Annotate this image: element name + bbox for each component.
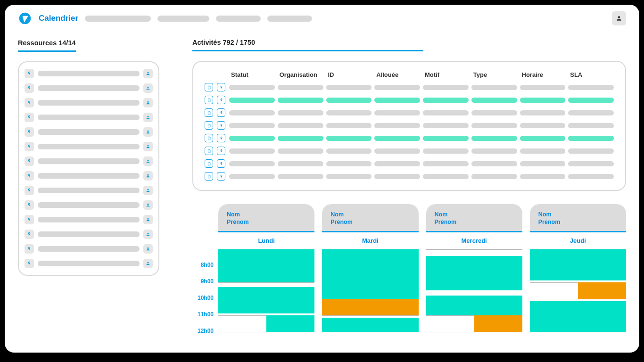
column-header[interactable]: Motif (423, 71, 469, 78)
document-icon[interactable] (205, 147, 213, 155)
day-grid (322, 249, 418, 351)
location-pin-icon[interactable] (217, 83, 225, 91)
column-header[interactable]: SLA (568, 71, 614, 78)
activity-row[interactable] (205, 121, 614, 130)
location-pin-icon[interactable] (217, 96, 225, 104)
nav-item-placeholder[interactable] (216, 16, 261, 22)
column-header[interactable]: Organisation (278, 71, 323, 78)
calendar-event[interactable] (530, 249, 626, 281)
person-icon (143, 215, 153, 224)
calendar-event[interactable] (426, 296, 522, 315)
person-icon (143, 244, 153, 254)
current-user-button[interactable] (612, 11, 626, 25)
activities-tab[interactable]: Activités 792 / 1750 (192, 39, 423, 51)
resource-row[interactable] (25, 244, 153, 254)
nav-item-placeholder[interactable] (267, 16, 312, 22)
activity-row[interactable] (205, 159, 614, 168)
document-icon[interactable] (205, 108, 213, 117)
person-icon (143, 200, 153, 210)
time-label: 10h00 (192, 290, 214, 306)
location-pin-icon (25, 156, 34, 166)
location-pin-icon[interactable] (217, 159, 225, 168)
time-label: 9h00 (192, 273, 214, 290)
calendar-event[interactable] (322, 299, 418, 315)
resource-row[interactable] (25, 127, 153, 137)
resource-placeholder (38, 202, 140, 208)
resource-row[interactable] (25, 230, 153, 239)
activity-row[interactable] (205, 147, 614, 155)
person-icon (143, 83, 153, 93)
resource-row[interactable] (25, 171, 153, 181)
resource-row[interactable] (25, 259, 153, 268)
calendar-event[interactable] (530, 301, 626, 332)
activity-row[interactable] (205, 108, 614, 117)
cell-placeholder (278, 98, 323, 103)
cell-placeholder (326, 161, 372, 166)
cell-placeholder (520, 110, 566, 115)
document-icon[interactable] (205, 121, 213, 130)
resource-row[interactable] (25, 83, 153, 93)
resources-tab[interactable]: Ressources 14/14 (18, 39, 76, 52)
column-header[interactable]: Type (471, 71, 517, 78)
column-header[interactable]: Allouée (374, 71, 420, 78)
day-header: NomPrénom (426, 204, 522, 232)
location-pin-icon[interactable] (217, 108, 225, 117)
cell-placeholder (520, 85, 566, 90)
calendar-days: NomPrénomLundiNomPrénomMardiNomPrénomMer… (218, 204, 626, 351)
cell-placeholder (374, 85, 420, 90)
location-pin-icon (25, 171, 34, 181)
activity-row[interactable] (205, 96, 614, 104)
resource-row[interactable] (25, 113, 153, 122)
day-grid (218, 249, 314, 351)
calendar-event[interactable] (218, 249, 314, 282)
resource-row[interactable] (25, 69, 153, 78)
location-pin-icon[interactable] (217, 134, 225, 142)
cell-placeholder (423, 110, 469, 115)
location-pin-icon[interactable] (217, 121, 225, 130)
column-header[interactable]: Statut (229, 71, 275, 78)
nav-item-placeholder[interactable] (85, 16, 151, 22)
time-label: 12h00 (192, 323, 214, 339)
day-header: NomPrénom (218, 204, 314, 232)
cell-placeholder (229, 123, 275, 128)
column-header[interactable]: ID (326, 71, 372, 78)
resource-placeholder (38, 144, 140, 149)
document-icon[interactable] (205, 172, 213, 181)
cell-placeholder (278, 161, 323, 166)
cell-placeholder (374, 110, 420, 115)
calendar-event[interactable] (266, 315, 314, 332)
resource-row[interactable] (25, 186, 153, 195)
calendar-event[interactable] (322, 249, 418, 299)
document-icon[interactable] (205, 83, 213, 91)
resource-row[interactable] (25, 200, 153, 210)
column-header[interactable]: Horaire (520, 71, 566, 78)
day-name: Mardi (322, 232, 418, 249)
resource-row[interactable] (25, 142, 153, 151)
cell-placeholder (278, 136, 323, 141)
cell-placeholder (423, 123, 469, 128)
nav-item-placeholder[interactable] (157, 16, 209, 22)
calendar-event[interactable] (578, 282, 626, 299)
calendar-event[interactable] (426, 256, 522, 291)
cell-placeholder (471, 110, 517, 115)
cell-placeholder (423, 98, 469, 103)
location-pin-icon[interactable] (217, 172, 225, 181)
person-icon (143, 156, 153, 166)
document-icon[interactable] (205, 96, 213, 104)
resource-row[interactable] (25, 215, 153, 224)
resource-row[interactable] (25, 156, 153, 166)
location-pin-icon[interactable] (217, 147, 225, 155)
activity-row[interactable] (205, 83, 614, 91)
activity-row[interactable] (205, 172, 614, 181)
document-icon[interactable] (205, 134, 213, 142)
calendar-event[interactable] (474, 315, 522, 332)
cell-placeholder (229, 136, 275, 141)
day-grid (530, 249, 626, 351)
calendar-event[interactable] (218, 287, 314, 313)
activity-row[interactable] (205, 134, 614, 142)
day-column: NomPrénomMardi (322, 204, 418, 351)
resource-placeholder (38, 129, 140, 135)
resource-row[interactable] (25, 98, 153, 107)
document-icon[interactable] (205, 159, 213, 168)
calendar-event[interactable] (322, 318, 418, 332)
